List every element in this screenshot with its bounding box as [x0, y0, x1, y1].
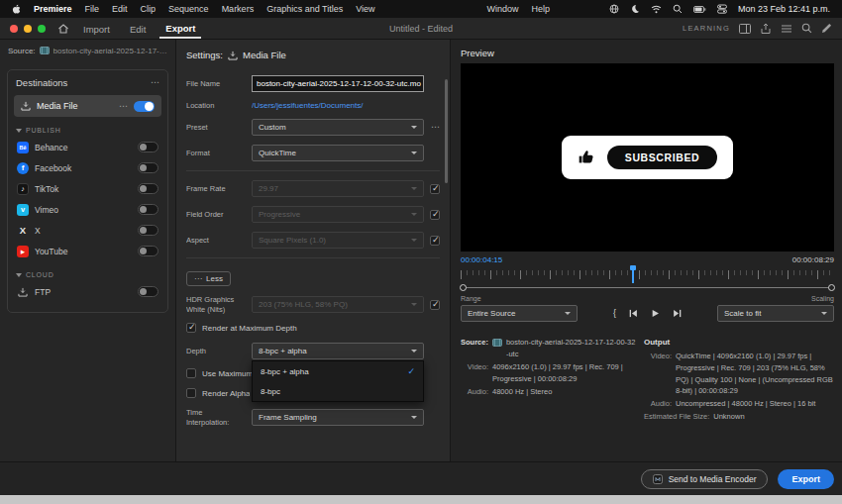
- learning-label[interactable]: LEARNING: [683, 24, 730, 33]
- hdr-white-value: 203 (75% HLG, 58% PQ): [259, 300, 407, 309]
- x-toggle[interactable]: [138, 225, 158, 236]
- render-alpha-label: Render Alpha: [202, 389, 250, 398]
- settings-scrollbar[interactable]: [445, 79, 448, 183]
- send-to-media-encoder-button[interactable]: Send to Media Encoder: [641, 469, 769, 489]
- export-button[interactable]: Export: [778, 469, 834, 489]
- depth-option-8bpc[interactable]: 8-bpc: [253, 381, 423, 401]
- facebook-label: Facebook: [35, 163, 71, 173]
- destination-x[interactable]: X: [14, 220, 161, 241]
- apple-menu-icon[interactable]: [12, 4, 21, 15]
- media-file-toggle[interactable]: [134, 101, 155, 112]
- aspect-value: Square Pixels (1.0): [259, 236, 407, 245]
- spotlight-search-icon[interactable]: [673, 4, 683, 14]
- globe-icon[interactable]: [609, 4, 619, 14]
- format-select[interactable]: QuickTime: [252, 145, 424, 161]
- tiktok-icon: [17, 183, 29, 195]
- step-back-icon[interactable]: [629, 309, 638, 318]
- file-size-value: Unknown: [713, 411, 744, 423]
- file-size-label: Estimated File Size:: [644, 411, 709, 423]
- destinations-more-icon[interactable]: [151, 78, 159, 87]
- battery-icon[interactable]: [693, 6, 706, 13]
- quick-export-icon[interactable]: [760, 23, 772, 35]
- time-interpolation-select[interactable]: Frame Sampling: [252, 409, 424, 426]
- destination-media-file[interactable]: Media File: [14, 95, 161, 117]
- facebook-toggle[interactable]: [138, 162, 158, 173]
- pencil-icon[interactable]: [821, 23, 832, 34]
- youtube-toggle[interactable]: [138, 246, 158, 256]
- preview-title: Preview: [451, 40, 842, 58]
- tiktok-toggle[interactable]: [138, 183, 158, 194]
- frame-rate-checkbox[interactable]: [430, 184, 440, 194]
- depth-option-8bpc-alpha[interactable]: 8-bpc + alpha: [253, 361, 423, 381]
- menu-help[interactable]: Help: [532, 4, 551, 14]
- range-track[interactable]: [461, 287, 834, 288]
- scaling-select[interactable]: Scale to fit: [717, 305, 834, 322]
- destination-youtube[interactable]: YouTube: [14, 241, 161, 261]
- aspect-checkbox[interactable]: [430, 236, 440, 246]
- media-file-more-icon[interactable]: [119, 102, 128, 111]
- menu-clip[interactable]: Clip: [141, 4, 157, 14]
- close-button[interactable]: [10, 25, 18, 33]
- menu-markers[interactable]: Markers: [222, 4, 255, 14]
- workspace-icon[interactable]: [739, 24, 751, 34]
- frame-rate-row: Frame Rate 29.97: [186, 180, 440, 197]
- depth-select[interactable]: 8-bpc + alpha: [252, 343, 424, 359]
- publish-section-header[interactable]: PUBLISH: [16, 127, 159, 134]
- timeline-ruler[interactable]: [461, 270, 834, 282]
- moon-icon[interactable]: [630, 4, 640, 14]
- home-icon[interactable]: [57, 23, 69, 35]
- location-link[interactable]: /Users/jessifuentes/Documents/: [252, 101, 424, 110]
- playhead[interactable]: [632, 268, 634, 283]
- document-title: Untitled - Edited: [389, 24, 453, 34]
- destination-ftp[interactable]: FTP: [14, 281, 161, 302]
- hdr-white-checkbox[interactable]: [430, 300, 440, 310]
- menu-file[interactable]: File: [85, 4, 100, 14]
- source-video-value: 4096x2160 (1.0) | 29.97 fps | Rec. 709 |…: [492, 361, 636, 384]
- menu-graphics-titles[interactable]: Graphics and Titles: [266, 4, 343, 14]
- menu-edit[interactable]: Edit: [112, 4, 128, 14]
- cloud-section-header[interactable]: CLOUD: [16, 271, 159, 278]
- destination-behance[interactable]: Behance: [14, 137, 161, 157]
- divider: [186, 170, 440, 171]
- menubar-clock[interactable]: Mon 23 Feb 12:41 p.m.: [738, 4, 830, 14]
- control-center-icon[interactable]: [717, 4, 727, 14]
- tab-import[interactable]: Import: [77, 19, 116, 38]
- search-icon[interactable]: [801, 23, 812, 34]
- wifi-icon[interactable]: [651, 5, 662, 14]
- use-maximum-checkbox[interactable]: [186, 368, 196, 378]
- menu-sequence[interactable]: Sequence: [168, 4, 209, 14]
- destination-facebook[interactable]: Facebook: [14, 157, 161, 178]
- file-name-input[interactable]: boston-city-aerial-2025-12-17-12-00-32-u…: [252, 75, 424, 92]
- field-order-checkbox[interactable]: [430, 210, 440, 220]
- range-select[interactable]: Entire Source: [461, 305, 578, 322]
- vimeo-toggle[interactable]: [138, 204, 158, 215]
- ftp-icon: [17, 286, 29, 298]
- render-alpha-checkbox[interactable]: [186, 388, 196, 398]
- facebook-icon: [17, 162, 29, 174]
- menubar-status-area: Mon 23 Feb 12:41 p.m.: [598, 4, 830, 14]
- aspect-row: Aspect Square Pixels (1.0): [186, 232, 440, 249]
- output-audio-label: Audio:: [644, 398, 676, 410]
- minimize-button[interactable]: [24, 25, 32, 33]
- render-max-depth-checkbox[interactable]: [186, 323, 196, 333]
- tab-edit[interactable]: Edit: [124, 19, 152, 38]
- menu-window[interactable]: Window: [487, 4, 519, 14]
- behance-toggle[interactable]: [138, 142, 158, 152]
- hdr-white-row: HDR Graphics White (Nits) 203 (75% HLG, …: [186, 295, 440, 314]
- play-icon[interactable]: [651, 309, 660, 318]
- ftp-toggle[interactable]: [138, 286, 158, 297]
- step-forward-icon[interactable]: [673, 309, 682, 318]
- range-label: Range: [461, 295, 578, 302]
- less-button[interactable]: Less: [186, 271, 231, 286]
- app-menu[interactable]: Premiere: [34, 4, 72, 14]
- tab-export[interactable]: Export: [159, 18, 201, 39]
- destination-tiktok[interactable]: TikTok: [14, 178, 161, 199]
- preset-select[interactable]: Custom: [252, 119, 424, 136]
- output-title: Output: [644, 337, 834, 349]
- destination-vimeo[interactable]: Vimeo: [14, 199, 161, 220]
- menu-view[interactable]: View: [356, 4, 374, 14]
- preset-more-button[interactable]: [431, 123, 440, 132]
- menu-icon[interactable]: [781, 24, 792, 34]
- mark-in-icon[interactable]: [613, 309, 616, 318]
- zoom-button[interactable]: [38, 25, 46, 33]
